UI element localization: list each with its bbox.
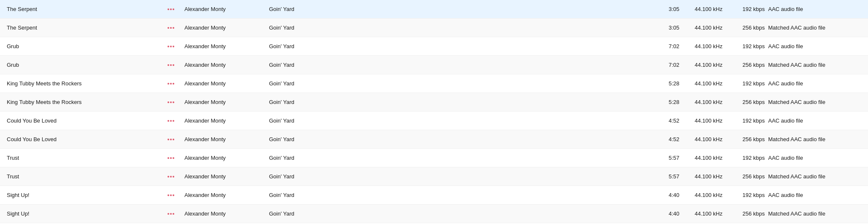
table-row[interactable]: The Serpent Alexander Monty Goin' Yard 3… [0, 0, 868, 19]
track-duration: 7:02 [654, 62, 679, 68]
dots-icon[interactable] [168, 8, 184, 10]
track-title: King Tubby Meets the Rockers [7, 80, 168, 87]
track-artist: Alexander Monty [184, 173, 269, 180]
track-title: Trust [7, 173, 168, 180]
dots-icon[interactable] [168, 46, 184, 47]
track-bitrate: 256 kbps [726, 99, 768, 105]
table-row[interactable]: Sight Up! Alexander Monty Goin' Yard 4:4… [0, 186, 868, 205]
track-title: Could You Be Loved [7, 136, 168, 142]
track-format: AAC audio file [768, 43, 861, 49]
track-artist: Alexander Monty [184, 43, 269, 49]
track-samplerate: 44.100 kHz [679, 43, 726, 49]
dots-icon[interactable] [168, 64, 184, 66]
track-bitrate: 192 kbps [726, 117, 768, 124]
dot-2 [170, 157, 172, 159]
table-row[interactable]: The Serpent Alexander Monty Goin' Yard 3… [0, 19, 868, 37]
dot-1 [168, 120, 169, 122]
dot-3 [173, 157, 174, 159]
track-samplerate: 44.100 kHz [679, 99, 726, 105]
track-title: Trust [7, 155, 168, 161]
dot-3 [173, 83, 174, 85]
track-artist: Alexander Monty [184, 6, 269, 12]
dot-2 [170, 176, 172, 178]
dot-1 [168, 46, 169, 47]
table-row[interactable]: Trust Alexander Monty Goin' Yard 5:57 44… [0, 149, 868, 167]
dot-3 [173, 213, 174, 215]
track-album: Goin' Yard [269, 6, 337, 12]
track-bitrate: 256 kbps [726, 62, 768, 68]
dots-icon[interactable] [168, 139, 184, 140]
track-artist: Alexander Monty [184, 25, 269, 31]
track-artist: Alexander Monty [184, 136, 269, 142]
dots-icon[interactable] [168, 101, 184, 103]
track-bitrate: 192 kbps [726, 192, 768, 198]
track-duration: 5:57 [654, 155, 679, 161]
dot-1 [168, 139, 169, 140]
track-title: Grub [7, 62, 168, 68]
table-row[interactable]: Trust Alexander Monty Goin' Yard 5:57 44… [0, 167, 868, 186]
track-bitrate: 192 kbps [726, 80, 768, 87]
track-album: Goin' Yard [269, 192, 337, 198]
track-duration: 4:52 [654, 136, 679, 142]
track-duration: 5:28 [654, 80, 679, 87]
dot-1 [168, 101, 169, 103]
track-title: Could You Be Loved [7, 117, 168, 124]
track-artist: Alexander Monty [184, 155, 269, 161]
track-format: Matched AAC audio file [768, 99, 861, 105]
track-title: King Tubby Meets the Rockers [7, 99, 168, 105]
dots-icon[interactable] [168, 27, 184, 29]
track-artist: Alexander Monty [184, 210, 269, 217]
dot-1 [168, 213, 169, 215]
dot-3 [173, 64, 174, 66]
table-row[interactable]: Could You Be Loved Alexander Monty Goin'… [0, 112, 868, 130]
track-artist: Alexander Monty [184, 117, 269, 124]
track-samplerate: 44.100 kHz [679, 192, 726, 198]
dot-3 [173, 176, 174, 178]
track-title: The Serpent [7, 6, 168, 12]
track-format: AAC audio file [768, 192, 861, 198]
track-album: Goin' Yard [269, 80, 337, 87]
dot-2 [170, 194, 172, 196]
dots-icon[interactable] [168, 83, 184, 85]
track-title: Sight Up! [7, 210, 168, 217]
track-album: Goin' Yard [269, 43, 337, 49]
table-row[interactable]: Sight Up! Alexander Monty Goin' Yard 4:4… [0, 205, 868, 223]
dots-icon[interactable] [168, 176, 184, 178]
track-bitrate: 256 kbps [726, 173, 768, 180]
track-format: Matched AAC audio file [768, 210, 861, 217]
dot-3 [173, 8, 174, 10]
dot-3 [173, 46, 174, 47]
track-artist: Alexander Monty [184, 192, 269, 198]
dots-icon[interactable] [168, 120, 184, 122]
table-row[interactable]: Grub Alexander Monty Goin' Yard 7:02 44.… [0, 56, 868, 74]
track-artist: Alexander Monty [184, 62, 269, 68]
track-album: Goin' Yard [269, 210, 337, 217]
table-row[interactable]: King Tubby Meets the Rockers Alexander M… [0, 74, 868, 93]
dot-2 [170, 213, 172, 215]
track-format: AAC audio file [768, 155, 861, 161]
track-duration: 7:02 [654, 43, 679, 49]
track-title: Grub [7, 43, 168, 49]
dot-1 [168, 157, 169, 159]
track-duration: 5:28 [654, 99, 679, 105]
track-samplerate: 44.100 kHz [679, 155, 726, 161]
dots-icon[interactable] [168, 213, 184, 215]
track-album: Goin' Yard [269, 173, 337, 180]
track-format: AAC audio file [768, 80, 861, 87]
dot-1 [168, 27, 169, 29]
track-samplerate: 44.100 kHz [679, 136, 726, 142]
track-title: Sight Up! [7, 192, 168, 198]
dot-2 [170, 139, 172, 140]
table-row[interactable]: King Tubby Meets the Rockers Alexander M… [0, 93, 868, 112]
track-artist: Alexander Monty [184, 99, 269, 105]
track-samplerate: 44.100 kHz [679, 173, 726, 180]
dots-icon[interactable] [168, 157, 184, 159]
dot-1 [168, 83, 169, 85]
track-format: Matched AAC audio file [768, 173, 861, 180]
dot-1 [168, 176, 169, 178]
track-samplerate: 44.100 kHz [679, 6, 726, 12]
table-row[interactable]: Could You Be Loved Alexander Monty Goin'… [0, 130, 868, 149]
table-row[interactable]: Grub Alexander Monty Goin' Yard 7:02 44.… [0, 37, 868, 56]
dots-icon[interactable] [168, 194, 184, 196]
track-samplerate: 44.100 kHz [679, 25, 726, 31]
